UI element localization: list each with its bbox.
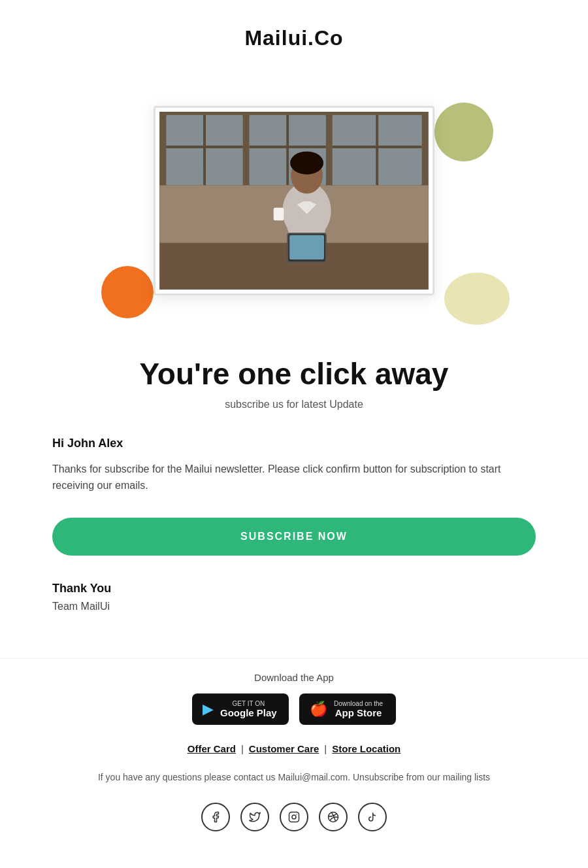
- decor-green-circle: [434, 103, 493, 161]
- google-play-small: GET IT ON: [220, 700, 277, 707]
- app-store-button[interactable]: 🍎 Download on the App Store: [299, 693, 396, 725]
- subscribe-button[interactable]: SUBSCRIBE NOW: [52, 518, 536, 556]
- google-play-icon: ▶: [203, 701, 214, 718]
- google-play-text: GET IT ON Google Play: [220, 700, 277, 718]
- google-play-button[interactable]: ▶ GET IT ON Google Play: [192, 693, 289, 725]
- svg-point-23: [292, 815, 296, 819]
- social-icons-container: [52, 803, 536, 831]
- twitter-icon[interactable]: [240, 803, 269, 831]
- svg-point-15: [290, 152, 323, 175]
- tiktok-icon[interactable]: [358, 803, 387, 831]
- app-store-text: Download on the App Store: [334, 700, 383, 718]
- svg-rect-20: [274, 208, 284, 221]
- sub-heading: subscribe us for latest Update: [52, 399, 536, 410]
- thank-you-label: Thank You: [52, 582, 536, 595]
- main-heading: You're one click away: [52, 358, 536, 391]
- store-location-link[interactable]: Store Location: [332, 743, 400, 754]
- logo: Mailui.Co: [13, 26, 575, 50]
- footer-links: Offer Card | Customer Care | Store Locat…: [52, 743, 536, 754]
- decor-yellow-blob: [444, 273, 510, 325]
- email-container: Mailui.Co: [0, 0, 588, 868]
- app-buttons-container: ▶ GET IT ON Google Play 🍎 Download on th…: [52, 693, 536, 725]
- hero-image: [159, 112, 429, 290]
- instagram-icon[interactable]: [280, 803, 308, 831]
- footer-contact-text: If you have any questions please contact…: [52, 770, 536, 784]
- greeting-text: Hi John Alex: [52, 437, 536, 450]
- svg-rect-19: [289, 235, 324, 259]
- customer-care-link[interactable]: Customer Care: [249, 743, 319, 754]
- dribbble-icon[interactable]: [319, 803, 348, 831]
- apple-icon: 🍎: [310, 701, 327, 718]
- footer: Download the App ▶ GET IT ON Google Play…: [0, 658, 588, 844]
- header: Mailui.Co: [0, 0, 588, 63]
- separator-2: |: [324, 743, 327, 754]
- offer-card-link[interactable]: Offer Card: [188, 743, 236, 754]
- content-area: You're one click away subscribe us for l…: [0, 338, 588, 658]
- hero-area: [0, 63, 588, 338]
- separator-1: |: [241, 743, 244, 754]
- download-label: Download the App: [52, 672, 536, 683]
- app-store-small: Download on the: [334, 700, 383, 707]
- facebook-icon[interactable]: [201, 803, 230, 831]
- svg-rect-22: [289, 812, 299, 822]
- hero-image-frame: [154, 106, 434, 295]
- app-store-big: App Store: [334, 707, 383, 718]
- google-play-big: Google Play: [220, 707, 277, 718]
- decor-orange-circle: [101, 266, 154, 318]
- team-name: Team MailUi: [52, 601, 536, 612]
- body-text: Thanks for subscribe for the Mailui news…: [52, 461, 536, 494]
- svg-point-24: [296, 814, 297, 815]
